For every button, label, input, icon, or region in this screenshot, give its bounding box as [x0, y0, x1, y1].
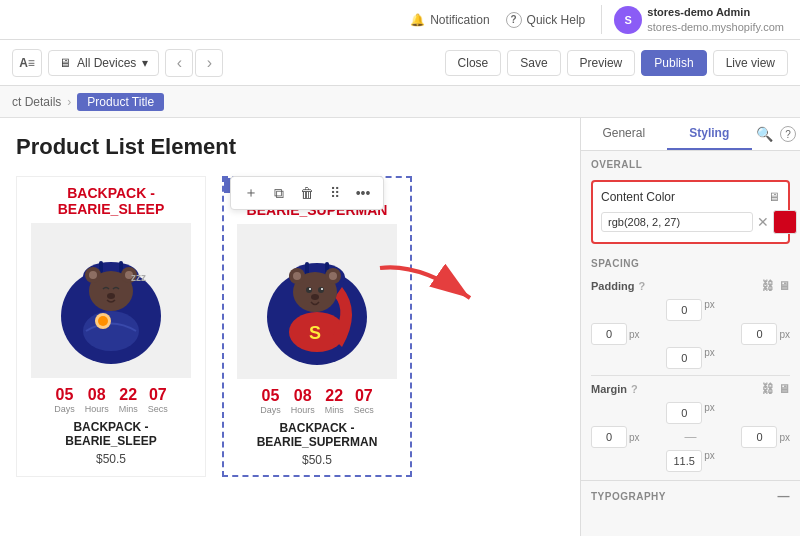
padding-left-input[interactable]	[591, 323, 627, 345]
tab-styling[interactable]: Styling	[667, 118, 753, 150]
margin-bottom-input[interactable]	[666, 450, 702, 472]
delete-icon: 🗑	[300, 185, 314, 201]
back-btn[interactable]: ‹	[165, 49, 193, 77]
preview-label: Preview	[580, 56, 623, 70]
countdown-days-1: 05 Days	[54, 386, 75, 414]
text-icon-btn[interactable]: A≡	[12, 49, 42, 77]
copy-element-btn[interactable]: ⧉	[267, 181, 291, 205]
move-element-btn[interactable]: ⠿	[323, 181, 347, 205]
devices-btn[interactable]: 🖥 All Devices ▾	[48, 50, 159, 76]
backpack-svg-1: zzz	[41, 231, 181, 371]
margin-monitor-icon[interactable]: 🖥	[778, 382, 790, 396]
product-card-1[interactable]: BACKPACK -BEARIE_SLEEP	[16, 176, 206, 477]
overall-section-label: OVERALL	[581, 151, 800, 174]
devices-label: All Devices	[77, 56, 136, 70]
svg-point-24	[329, 272, 337, 280]
user-menu[interactable]: S stores-demo Admin stores-demo.myshopif…	[601, 5, 784, 34]
left-arrow-icon: ‹	[177, 54, 182, 72]
content-color-label: Content Color 🖥	[601, 190, 780, 204]
color-swatch[interactable]	[773, 210, 797, 234]
save-btn[interactable]: Save	[507, 50, 560, 76]
breadcrumb-current[interactable]: Product Title	[77, 93, 164, 111]
color-input-row: ✕	[601, 210, 780, 234]
margin-left-input[interactable]	[591, 426, 627, 448]
monitor-icon: 🖥	[59, 56, 71, 70]
color-value-input[interactable]	[601, 212, 753, 232]
products-grid: BACKPACK -BEARIE_SLEEP	[16, 176, 564, 477]
margin-help-icon[interactable]: ?	[631, 383, 638, 395]
breadcrumb-parent[interactable]: ct Details	[12, 95, 61, 109]
help-panel-btn[interactable]: ?	[776, 122, 800, 146]
margin-link-icon[interactable]: ⛓	[762, 382, 774, 396]
svg-text:zzz: zzz	[131, 272, 146, 283]
countdown-hours-1: 08 Hours	[85, 386, 109, 414]
tab-general[interactable]: General	[581, 118, 667, 150]
padding-right-input[interactable]	[741, 323, 777, 345]
toolbar-left: A≡ 🖥 All Devices ▾ ‹ ›	[12, 49, 223, 77]
right-arrow-icon: ›	[207, 54, 212, 72]
product-name-1: BACKPACK -BEARIE_SLEEP	[25, 185, 197, 217]
quick-help-label: Quick Help	[527, 13, 586, 27]
countdown-hours-2: 08 Hours	[291, 387, 315, 415]
margin-right-input[interactable]	[741, 426, 777, 448]
padding-link-icon[interactable]: ⛓	[762, 279, 774, 293]
live-view-label: Live view	[726, 56, 775, 70]
publish-btn[interactable]: Publish	[641, 50, 706, 76]
live-view-btn[interactable]: Live view	[713, 50, 788, 76]
delete-element-btn[interactable]: 🗑	[295, 181, 319, 205]
typography-section-label: TYPOGRAPHY —	[581, 480, 800, 507]
help-icon: ?	[506, 12, 522, 28]
countdown-mins-2: 22 Mins	[325, 387, 344, 415]
color-clear-btn[interactable]: ✕	[757, 214, 769, 230]
content-color-box: Content Color 🖥 ✕	[591, 180, 790, 244]
product-price-2: $50.5	[232, 453, 402, 467]
countdown-2: 05 Days 08 Hours 22 Mins 07 Secs	[232, 387, 402, 415]
svg-point-26	[318, 287, 324, 293]
svg-point-4	[83, 311, 139, 351]
svg-point-10	[107, 293, 115, 299]
element-toolbar: ＋ ⧉ 🗑 ⠿ •••	[230, 176, 384, 210]
close-btn[interactable]: Close	[445, 50, 502, 76]
canvas-area: Product List Element ＋ ⧉ 🗑 ⠿ ••• BACKPA	[0, 118, 580, 536]
bell-icon: 🔔	[410, 13, 425, 27]
svg-point-23	[293, 272, 301, 280]
countdown-1: 05 Days 08 Hours 22 Mins 07 Secs	[25, 386, 197, 414]
toolbar: A≡ 🖥 All Devices ▾ ‹ › Close Save Previe…	[0, 40, 800, 86]
countdown-mins-1: 22 Mins	[119, 386, 138, 414]
forward-btn[interactable]: ›	[195, 49, 223, 77]
margin-top-input[interactable]	[666, 402, 702, 424]
padding-monitor-icon[interactable]: 🖥	[778, 279, 790, 293]
spacing-divider	[591, 375, 790, 376]
spacing-section: Padding ? ⛓ 🖥 px px px	[581, 273, 800, 480]
svg-point-27	[309, 288, 311, 290]
padding-top-input[interactable]	[666, 299, 702, 321]
save-label: Save	[520, 56, 547, 70]
breadcrumb: ct Details › Product Title	[0, 86, 800, 118]
avatar: S	[614, 6, 642, 34]
copy-icon: ⧉	[274, 185, 284, 202]
quick-help-btn[interactable]: ? Quick Help	[506, 12, 586, 28]
user-info: stores-demo Admin stores-demo.myshopify.…	[647, 5, 784, 34]
svg-point-25	[306, 287, 312, 293]
padding-help-icon[interactable]: ?	[638, 280, 645, 292]
notification-btn[interactable]: 🔔 Notification	[410, 13, 489, 27]
panel-header: General Styling 🔍 ?	[581, 118, 800, 151]
svg-point-13	[98, 316, 108, 326]
help-circle-icon: ?	[780, 126, 796, 142]
toolbar-right: Close Save Preview Publish Live view	[445, 50, 788, 76]
padding-bottom-input[interactable]	[666, 347, 702, 369]
more-element-btn[interactable]: •••	[351, 181, 375, 205]
countdown-days-2: 05 Days	[260, 387, 281, 415]
user-store: stores-demo.myshopify.com	[647, 20, 784, 34]
top-navbar: 🔔 Notification ? Quick Help S stores-dem…	[0, 0, 800, 40]
add-element-btn[interactable]: ＋	[239, 181, 263, 205]
typography-collapse-icon[interactable]: —	[778, 489, 791, 503]
product-card-2[interactable]: Product Image BACKPACK -BEARIE_SUPERMAN	[222, 176, 412, 477]
user-name: stores-demo Admin	[647, 5, 784, 19]
plus-icon: ＋	[244, 184, 258, 202]
search-btn[interactable]: 🔍	[752, 122, 776, 146]
backpack-svg-2: S	[247, 232, 387, 372]
text-format-icon: A≡	[19, 56, 35, 70]
svg-point-29	[311, 294, 319, 300]
preview-btn[interactable]: Preview	[567, 50, 636, 76]
